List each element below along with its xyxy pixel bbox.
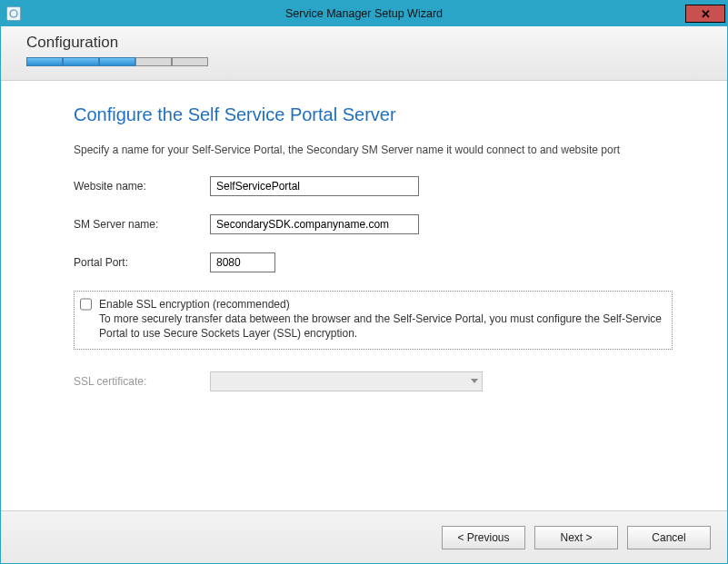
- ssl-cert-label: SSL certificate:: [74, 375, 210, 388]
- previous-button[interactable]: < Previous: [442, 526, 525, 549]
- website-name-label: Website name:: [74, 180, 210, 193]
- enable-ssl-checkbox[interactable]: [80, 298, 92, 311]
- sm-server-label: SM Server name:: [74, 218, 210, 231]
- sm-server-row: SM Server name:: [74, 214, 673, 234]
- app-icon: [6, 6, 21, 21]
- portal-port-row: Portal Port:: [74, 252, 673, 272]
- ssl-explain: To more securely transfer data between t…: [99, 312, 662, 340]
- ssl-checkbox-label: Enable SSL encryption (recommended): [99, 297, 663, 312]
- progress-seg-1: [26, 57, 63, 66]
- content-area: Configure the Self Service Portal Server…: [1, 81, 727, 510]
- cancel-button[interactable]: Cancel: [627, 526, 711, 549]
- wizard-window: Service Manager Setup Wizard ✕ Configura…: [0, 0, 728, 564]
- portal-port-label: Portal Port:: [74, 256, 210, 269]
- page-title: Configure the Self Service Portal Server: [74, 104, 673, 125]
- next-button[interactable]: Next >: [534, 526, 618, 549]
- progress-seg-5: [172, 57, 208, 66]
- website-name-row: Website name:: [74, 176, 673, 196]
- sm-server-input[interactable]: [210, 214, 419, 234]
- ssl-block: Enable SSL encryption (recommended) To m…: [74, 291, 673, 350]
- svg-point-0: [10, 10, 17, 17]
- section-title: Configuration: [26, 34, 711, 52]
- progress-bar: [26, 57, 208, 68]
- wizard-footer: < Previous Next > Cancel: [1, 510, 727, 563]
- ssl-text: Enable SSL encryption (recommended) To m…: [99, 297, 663, 341]
- progress-seg-4: [135, 57, 172, 66]
- window-controls: ✕: [685, 5, 727, 23]
- titlebar: Service Manager Setup Wizard ✕: [1, 1, 727, 26]
- portal-port-input[interactable]: [210, 252, 275, 272]
- window-title: Service Manager Setup Wizard: [1, 7, 727, 20]
- chevron-down-icon: [471, 379, 478, 383]
- ssl-cert-row: SSL certificate:: [74, 371, 673, 391]
- progress-seg-2: [63, 57, 99, 66]
- page-description: Specify a name for your Self-Service Por…: [74, 143, 673, 156]
- close-button[interactable]: ✕: [685, 5, 725, 23]
- ssl-cert-dropdown: [210, 371, 483, 391]
- progress-seg-3: [99, 57, 135, 66]
- wizard-header: Configuration: [1, 26, 727, 81]
- website-name-input[interactable]: [210, 176, 419, 196]
